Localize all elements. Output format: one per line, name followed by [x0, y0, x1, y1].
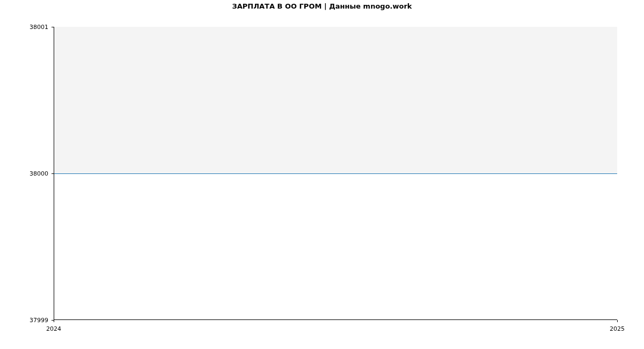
chart-title: ЗАРПЛАТА В ОО ГРОМ | Данные mnogo.work [0, 2, 644, 10]
y-tick-label: 37999 [0, 317, 48, 324]
x-tick-label: 2025 [610, 325, 625, 332]
series-line [54, 173, 617, 174]
y-tick-label: 38001 [0, 24, 48, 31]
plot-background-lower [55, 174, 617, 319]
plot-area [54, 27, 617, 320]
x-tick-mark [54, 320, 54, 322]
y-tick-label: 38000 [0, 170, 48, 177]
x-tick-mark [617, 320, 618, 322]
x-tick-label: 2024 [46, 325, 61, 332]
chart-container: ЗАРПЛАТА В ОО ГРОМ | Данные mnogo.work 3… [0, 0, 644, 349]
